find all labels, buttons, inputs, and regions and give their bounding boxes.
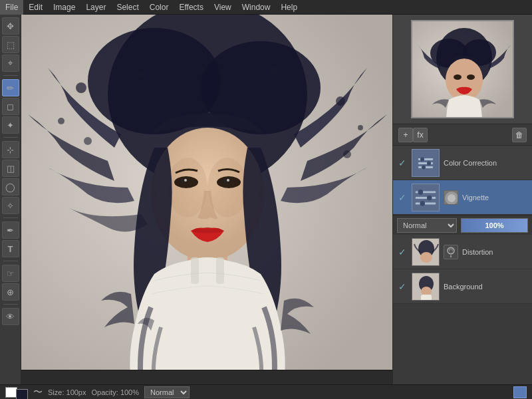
eyedropper-tool[interactable]: ✦ [2, 116, 19, 134]
menu-help[interactable]: Help [275, 0, 303, 15]
eye-tool[interactable]: 👁 [2, 308, 19, 325]
brush-icon: 〜 [33, 386, 43, 398]
layer-mask-vignette [444, 190, 458, 205]
canvas-area[interactable] [21, 15, 392, 399]
svg-point-57 [421, 287, 432, 296]
rect-marquee-tool[interactable]: ⬚ [2, 36, 19, 53]
menu-select[interactable]: Select [111, 0, 144, 15]
tool-separator-5 [3, 304, 18, 305]
brush-tool[interactable]: ✏ [2, 79, 19, 96]
tool-separator-2 [3, 137, 18, 138]
svg-point-30 [467, 74, 475, 80]
svg-point-54 [452, 250, 453, 251]
svg-point-8 [358, 125, 363, 130]
svg-point-29 [454, 74, 462, 80]
layer-name-vignette: Vignette [462, 194, 528, 201]
svg-point-5 [58, 118, 65, 124]
layer-thumb-vignette [412, 184, 440, 211]
layer-name-background: Background [444, 283, 528, 291]
menu-image[interactable]: Image [48, 0, 80, 15]
hand-tool[interactable]: ☞ [2, 265, 19, 282]
magic-wand-tool[interactable]: ✧ [2, 197, 19, 214]
menu-layer[interactable]: Layer [80, 0, 111, 15]
zoom-tool[interactable]: ⊕ [2, 283, 19, 301]
delete-layer-button[interactable]: 🗑 [512, 128, 527, 142]
canvas-svg [21, 15, 392, 384]
svg-point-36 [427, 161, 431, 165]
layer-item-color-correction[interactable]: ✓ Color Correction [393, 146, 532, 180]
background-color-swatch[interactable] [16, 389, 28, 400]
layer-distortion-fx [444, 245, 458, 259]
pen-tool[interactable]: ✒ [2, 221, 19, 239]
svg-rect-22 [191, 257, 199, 284]
gradient-tool[interactable]: ◫ [2, 160, 19, 177]
menu-view[interactable]: View [209, 0, 237, 15]
svg-point-20 [184, 179, 187, 182]
main-layout: ✥ ⬚ ⌖ ✏ ◻ ✦ ⊹ ◫ ◯ ✧ ✒ T ☞ ⊕ 👁 [0, 15, 532, 399]
svg-point-43 [427, 195, 432, 200]
menubar: File Edit Image Layer Select Color Effec… [0, 0, 532, 15]
brush-opacity-label: Opacity: 100% [91, 388, 139, 396]
move-tool[interactable]: ✥ [2, 17, 19, 35]
svg-point-53 [449, 250, 450, 251]
tool-separator-4 [3, 261, 18, 261]
svg-rect-40 [416, 197, 436, 199]
menu-color[interactable]: Color [144, 0, 174, 15]
menu-file[interactable]: File [0, 0, 23, 15]
layer-name-color-correction: Color Correction [444, 159, 528, 167]
opacity-control[interactable]: 100% [461, 218, 528, 233]
fx-button[interactable]: fx [413, 128, 428, 142]
svg-point-11 [271, 68, 277, 74]
lasso-tool[interactable]: ⌖ [2, 55, 19, 72]
layers-list: ✓ Color Correction ✓ [393, 146, 532, 399]
ellipse-tool[interactable]: ◯ [2, 178, 19, 196]
brush-size-label: Size: 100px [48, 388, 86, 396]
svg-point-37 [422, 165, 426, 169]
statusbar: 〜 Size: 100px Opacity: 100% Normal Multi… [0, 384, 532, 399]
layer-name-distortion: Distortion [462, 248, 528, 256]
layer-visibility-color-correction[interactable]: ✓ [397, 158, 408, 168]
menu-effects[interactable]: Effects [174, 0, 208, 15]
add-layer-button[interactable]: + [398, 128, 413, 142]
layer-visibility-background[interactable]: ✓ [397, 281, 408, 292]
layer-item-distortion[interactable]: ✓ [393, 235, 532, 269]
svg-rect-58 [421, 295, 432, 301]
layer-item-vignette[interactable]: ✓ [393, 180, 532, 215]
svg-point-10 [138, 72, 144, 77]
blend-mode-row: Normal Multiply Screen Overlay 100% [393, 215, 532, 235]
menu-edit[interactable]: Edit [23, 0, 48, 15]
svg-point-7 [336, 96, 345, 106]
color-picker-button[interactable] [513, 386, 527, 398]
preview-svg [412, 21, 514, 118]
svg-rect-23 [216, 257, 224, 284]
svg-point-9 [343, 150, 351, 158]
crop-tool[interactable]: ⊹ [2, 141, 19, 158]
svg-rect-41 [416, 202, 436, 204]
layer-thumb-distortion [412, 238, 440, 266]
svg-point-50 [420, 252, 432, 263]
layer-visibility-distortion[interactable]: ✓ [397, 247, 408, 257]
preview-thumbnail [411, 20, 514, 118]
eraser-tool[interactable]: ◻ [2, 98, 19, 115]
text-tool[interactable]: T [2, 240, 19, 257]
status-blend-mode-select[interactable]: Normal Multiply Screen [144, 386, 190, 398]
layer-thumb-background [412, 273, 440, 301]
blend-mode-select[interactable]: Normal Multiply Screen Overlay [397, 218, 457, 233]
svg-point-21 [227, 179, 229, 182]
tool-separator [3, 75, 18, 76]
layer-thumb-color-correction [412, 149, 440, 177]
right-panel: + fx 🗑 ✓ [392, 15, 532, 399]
svg-point-4 [76, 82, 86, 93]
canvas-image [21, 15, 392, 384]
layer-visibility-vignette[interactable]: ✓ [397, 192, 408, 203]
svg-point-47 [448, 194, 456, 202]
svg-point-42 [418, 190, 424, 195]
tool-separator-3 [3, 217, 18, 218]
bottom-canvas-bar [21, 370, 392, 384]
svg-point-35 [420, 157, 424, 161]
layer-item-background[interactable]: ✓ Background [393, 269, 532, 304]
svg-point-28 [446, 59, 483, 101]
menu-window[interactable]: Window [237, 0, 276, 15]
svg-point-44 [420, 201, 425, 206]
preview-area [393, 15, 532, 124]
